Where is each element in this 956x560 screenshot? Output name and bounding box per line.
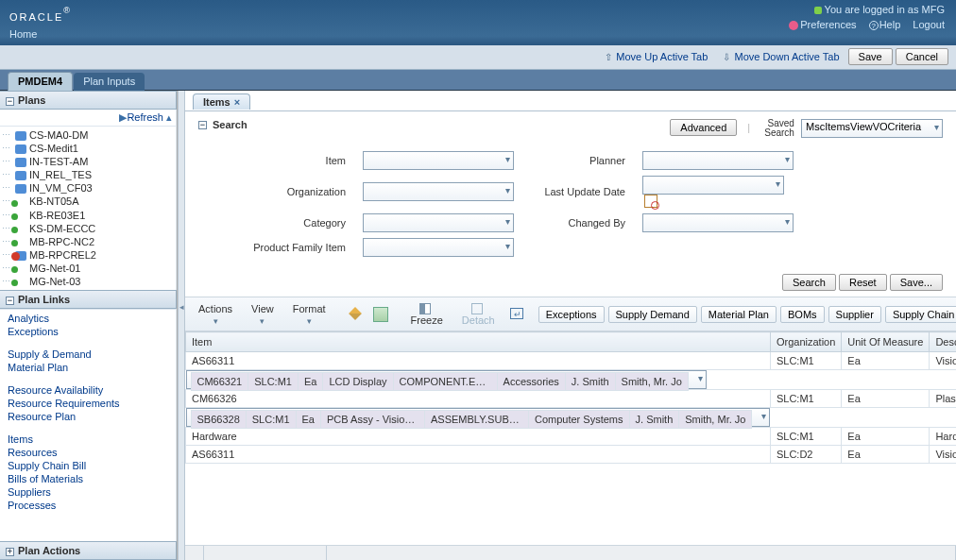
move-up-tab-link[interactable]: ⇧ Move Up Active Tab xyxy=(604,51,708,62)
col-item[interactable]: Item xyxy=(186,332,771,352)
plan-tree-item[interactable]: ⋯IN_REL_TES xyxy=(0,168,174,181)
material-plan-button[interactable]: Material Plan xyxy=(701,306,777,323)
tab-plan-inputs[interactable]: Plan Inputs xyxy=(74,73,145,91)
cell-uom[interactable]: Ea xyxy=(298,373,322,391)
cell-item[interactable]: CM66326 xyxy=(186,390,771,408)
tab-pmdem4[interactable]: PMDEM4 xyxy=(8,72,73,91)
save-search-button[interactable]: Save... xyxy=(890,274,943,291)
link-supply-demand[interactable]: Supply & Demand xyxy=(8,348,168,361)
plan-tree-item[interactable]: ⋯MB-RPC-NC2 xyxy=(0,235,174,248)
reset-button[interactable]: Reset xyxy=(839,274,887,291)
cell-org[interactable]: SLC:M1 xyxy=(770,390,841,408)
link-bills-of-materials[interactable]: Bills of Materials xyxy=(8,472,168,485)
col-organization[interactable]: Organization xyxy=(770,332,841,352)
tab-items[interactable]: Items× xyxy=(193,93,250,110)
supply-chain-bill-button[interactable]: Supply Chain Bill xyxy=(885,306,956,323)
wrap-button[interactable] xyxy=(506,306,527,323)
product-family-item-select[interactable] xyxy=(363,238,514,257)
home-link[interactable]: Home xyxy=(9,28,37,40)
supply-demand-button[interactable]: Supply Demand xyxy=(608,306,697,323)
plan-tree-item[interactable]: ⋯CS-MA0-DM xyxy=(0,128,174,142)
plan-tree-item[interactable]: ⋯MG-Net-01 xyxy=(0,262,174,275)
plan-tree-item[interactable]: ⋯IN_VM_CF03 xyxy=(0,181,174,195)
saved-search-select[interactable]: MscItemsViewVOCriteria xyxy=(801,119,943,138)
preferences-link[interactable]: Preferences xyxy=(789,19,856,30)
plan-tree-item[interactable]: ⋯MB-RPCREL2 xyxy=(0,248,174,262)
cell-desc[interactable]: Vision Pad DX - Mo... xyxy=(930,352,956,370)
link-analytics[interactable]: Analytics xyxy=(8,312,168,325)
plan-actions-panel-header[interactable]: +Plan Actions xyxy=(0,541,177,560)
vertical-splitter[interactable]: ◂ xyxy=(178,91,185,560)
changed-by-select[interactable] xyxy=(642,213,794,232)
col-description[interactable]: Description xyxy=(930,332,956,352)
boms-button[interactable]: BOMs xyxy=(780,306,825,323)
logout-link[interactable]: Logout xyxy=(913,19,945,30)
global-save-button[interactable]: Save xyxy=(848,48,893,65)
date-picker-icon[interactable] xyxy=(644,195,657,208)
cell-uom[interactable]: Ea xyxy=(842,428,930,446)
plan-tree-item[interactable]: ⋯KB-RE03E1 xyxy=(0,209,174,222)
plan-tree-item[interactable]: ⋯IN-TEST-AM xyxy=(0,155,174,168)
cell-desc[interactable]: PCB Assy - Vision ... xyxy=(320,411,424,429)
cell-desc[interactable]: Plastic Case xyxy=(930,390,956,408)
cell-org[interactable]: SLC:D2 xyxy=(770,446,841,464)
cell-planner[interactable]: J. Smith xyxy=(629,411,679,429)
cell-cat[interactable]: ASSEMBLY.SUBASSY xyxy=(424,411,528,429)
plan-tree-item[interactable]: ⋯KS-DM-ECCC xyxy=(0,222,174,235)
format-menu[interactable]: Format xyxy=(285,300,333,329)
col-uom[interactable]: Unit Of Measure xyxy=(842,332,930,352)
link-resource-availability[interactable]: Resource Availability xyxy=(8,383,168,397)
table-row[interactable]: SB66328SLC:M1EaPCB Assy - Vision ...ASSE… xyxy=(186,408,771,427)
cell-item[interactable]: CM66321 xyxy=(191,373,248,391)
collapse-icon[interactable]: − xyxy=(198,121,207,129)
close-icon[interactable]: × xyxy=(234,96,240,108)
exceptions-button[interactable]: Exceptions xyxy=(538,306,605,323)
link-resource-plan[interactable]: Resource Plan xyxy=(8,410,168,423)
cell-org[interactable]: SLC:M1 xyxy=(246,411,296,429)
cell-uom[interactable]: Ea xyxy=(296,411,320,429)
cell-catdesc[interactable]: Accessories xyxy=(497,373,565,391)
cell-desc[interactable]: LCD Display xyxy=(323,373,393,391)
plan-tree-item[interactable]: ⋯CS-Medit1 xyxy=(0,142,174,155)
search-button[interactable]: Search xyxy=(782,274,836,291)
cell-buyer[interactable]: Smith, Mr. Jo xyxy=(679,411,752,429)
link-processes[interactable]: Processes xyxy=(8,499,168,512)
link-supply-chain-bill[interactable]: Supply Chain Bill xyxy=(8,459,168,472)
freeze-button[interactable]: Freeze xyxy=(403,299,451,329)
cell-planner[interactable]: J. Smith xyxy=(565,373,615,391)
cell-org[interactable]: SLC:M1 xyxy=(770,352,841,370)
cell-org[interactable]: SLC:M1 xyxy=(248,373,299,391)
expand-icon[interactable]: + xyxy=(6,548,14,556)
advanced-button[interactable]: Advanced xyxy=(670,119,737,136)
table-row[interactable]: AS66311SLC:M1EaVision Pad DX - Mo...COMP… xyxy=(186,352,957,370)
items-grid[interactable]: Item Organization Unit Of Measure Descri… xyxy=(185,331,956,545)
global-cancel-button[interactable]: Cancel xyxy=(896,48,948,65)
plan-tree[interactable]: ⋯CS-MA0-DM⋯CS-Medit1⋯IN-TEST-AM⋯IN_REL_T… xyxy=(0,127,177,290)
cell-item[interactable]: AS66311 xyxy=(186,446,771,464)
collapse-icon[interactable]: − xyxy=(6,297,14,305)
query-by-example-button[interactable] xyxy=(369,305,392,324)
cell-uom[interactable]: Ea xyxy=(842,390,930,408)
cell-uom[interactable]: Ea xyxy=(842,352,930,370)
link-resources[interactable]: Resources xyxy=(8,446,168,459)
supplier-button[interactable]: Supplier xyxy=(828,306,881,323)
collapse-icon[interactable]: − xyxy=(6,97,14,106)
table-row[interactable]: CM66321SLC:M1EaLCD DisplayCOMPONENT.ELE.… xyxy=(186,370,707,389)
cell-desc[interactable]: Hardware Product ... xyxy=(930,428,956,446)
cell-item[interactable]: SB66328 xyxy=(191,411,246,429)
link-resource-requirements[interactable]: Resource Requirements xyxy=(8,397,168,410)
horizontal-scrollbar[interactable] xyxy=(185,545,956,560)
plan-tree-item[interactable]: ⋯KB-NT05A xyxy=(0,195,174,208)
search-header[interactable]: −Search xyxy=(198,119,670,130)
cell-cat[interactable]: COMPONENT.ELE... xyxy=(393,373,497,391)
cell-item[interactable]: Hardware xyxy=(186,428,771,446)
table-row[interactable]: HardwareSLC:M1EaHardware Product ...NEW.… xyxy=(186,428,957,446)
table-row[interactable]: CM66326SLC:M1EaPlastic CaseCOMPONENT.MEC… xyxy=(186,390,957,408)
cell-uom[interactable]: Ea xyxy=(842,446,930,464)
link-suppliers[interactable]: Suppliers xyxy=(8,485,168,499)
category-select[interactable] xyxy=(363,213,514,232)
help-link[interactable]: ?Help xyxy=(869,19,901,30)
plan-tree-item[interactable]: ⋯MG-Net-03 xyxy=(0,275,174,288)
cell-desc[interactable]: Vision Pad DX - Mo... xyxy=(930,446,956,464)
cell-catdesc[interactable]: Computer Systems xyxy=(528,411,629,429)
